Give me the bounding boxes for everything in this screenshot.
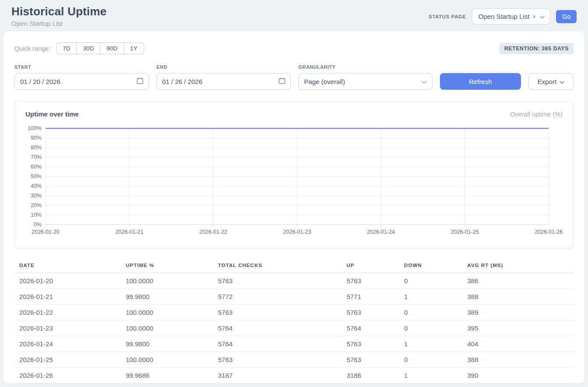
clear-selection-icon[interactable]: × — [532, 13, 536, 20]
svg-text:2026-01-22: 2026-01-22 — [199, 229, 227, 235]
table-cell: 5763 — [347, 352, 404, 368]
table-cell: 100.0000 — [126, 352, 218, 368]
svg-text:80%: 80% — [31, 144, 42, 151]
table-cell: 5763 — [347, 336, 404, 352]
svg-text:100%: 100% — [28, 125, 42, 131]
start-date-value: 01 / 20 / 2026 — [20, 78, 60, 85]
calendar-icon[interactable] — [279, 77, 285, 85]
column-header: AVG RT (MS) — [468, 259, 574, 273]
svg-text:2026-01-23: 2026-01-23 — [283, 229, 311, 235]
chevron-down-icon — [422, 78, 427, 85]
svg-text:10%: 10% — [31, 212, 42, 218]
granularity-label: GRANULARITY — [298, 64, 432, 70]
end-date-field: END 01 / 26 / 2026 — [156, 64, 291, 90]
chart-canvas: 0%10%20%30%40%50%60%70%80%90%100%2026-01… — [25, 124, 563, 238]
uptime-chart-card: Uptime over time Overall uptime (%) 0%10… — [14, 101, 574, 248]
retention-badge: RETENTION: 365 DAYS — [499, 43, 574, 54]
svg-text:70%: 70% — [31, 154, 42, 160]
title-block: Historical Uptime Open Startup List — [11, 5, 106, 27]
table-cell: 2026-01-25 — [14, 352, 126, 368]
end-label: END — [156, 64, 291, 70]
main-panel: Quick range: 7D30D90D1Y RETENTION: 365 D… — [4, 32, 584, 383]
granularity-field: GRANULARITY Page (overall) — [298, 64, 432, 90]
end-date-input[interactable]: 01 / 26 / 2026 — [156, 73, 291, 90]
top-header: Historical Uptime Open Startup List STAT… — [0, 0, 588, 32]
status-page-select[interactable]: Open Startup List × — [472, 8, 551, 25]
table-cell: 5764 — [218, 336, 346, 352]
table-cell: 5764 — [218, 320, 346, 336]
table-cell: 100.0000 — [126, 273, 218, 289]
table-cell: 5771 — [347, 289, 404, 305]
svg-text:50%: 50% — [31, 173, 42, 179]
table-cell: 5763 — [218, 273, 346, 289]
granularity-select[interactable]: Page (overall) — [298, 73, 432, 90]
svg-text:2026-01-26: 2026-01-26 — [535, 229, 563, 235]
table-cell: 5763 — [218, 352, 346, 368]
uptime-line-chart: 0%10%20%30%40%50%60%70%80%90%100%2026-01… — [25, 124, 563, 236]
chart-header: Uptime over time Overall uptime (%) — [25, 110, 563, 118]
table-cell: 3186 — [347, 368, 404, 383]
table-cell: 5763 — [347, 305, 404, 320]
table-cell: 388 — [468, 352, 574, 368]
start-date-input[interactable]: 01 / 20 / 2026 — [14, 73, 149, 90]
column-header: DATE — [14, 259, 126, 273]
table-cell: 404 — [468, 336, 574, 352]
status-page-label: STATUS PAGE — [429, 14, 466, 19]
table-cell: 386 — [468, 273, 574, 289]
table-cell: 99.9686 — [126, 368, 218, 383]
table-row: 2026-01-2199.9800577257711388 — [14, 289, 574, 305]
table-cell: 3187 — [218, 368, 346, 383]
quick-range-7d[interactable]: 7D — [56, 42, 77, 54]
export-button[interactable]: Export — [528, 73, 574, 90]
table-header-row: DATEUPTIME %TOTAL CHECKSUPDOWNAVG RT (MS… — [14, 259, 574, 273]
status-page-value: Open Startup List — [478, 13, 530, 20]
chevron-down-icon — [560, 78, 564, 85]
header-right: STATUS PAGE Open Startup List × Go — [429, 8, 577, 25]
go-button[interactable]: Go — [556, 10, 577, 23]
svg-text:0%: 0% — [34, 222, 42, 228]
quick-range-30d[interactable]: 30D — [76, 42, 100, 54]
table-cell: 1 — [404, 336, 467, 352]
svg-text:60%: 60% — [31, 164, 42, 170]
table-cell: 2026-01-22 — [14, 305, 126, 320]
table-cell: 0 — [404, 305, 467, 320]
table-cell: 2026-01-21 — [14, 289, 126, 305]
table-cell: 5764 — [347, 320, 404, 336]
table-cell: 2026-01-26 — [14, 368, 126, 383]
chart-title: Uptime over time — [25, 110, 79, 118]
page-title: Historical Uptime — [11, 5, 106, 18]
quick-range-row: Quick range: 7D30D90D1Y RETENTION: 365 D… — [14, 42, 574, 54]
chart-legend: Overall uptime (%) — [510, 111, 563, 118]
table-row: 2026-01-2699.9686318731861390 — [14, 368, 574, 383]
table-cell: 5763 — [347, 273, 404, 289]
svg-text:2026-01-25: 2026-01-25 — [451, 229, 479, 235]
svg-text:2026-01-21: 2026-01-21 — [115, 229, 143, 235]
quick-range-90d[interactable]: 90D — [100, 42, 124, 54]
quick-range-label: Quick range: — [14, 45, 50, 52]
table-cell: 5763 — [218, 305, 346, 320]
table-cell: 99.9800 — [126, 289, 218, 305]
table-row: 2026-01-25100.0000576357630388 — [14, 352, 574, 368]
table-cell: 99.9800 — [126, 336, 218, 352]
table-cell: 2026-01-24 — [14, 336, 126, 352]
table-cell: 1 — [404, 289, 467, 305]
table-cell: 2026-01-20 — [14, 273, 126, 289]
start-date-field: START 01 / 20 / 2026 — [14, 64, 149, 90]
table-cell: 2026-01-23 — [14, 320, 126, 336]
table-row: 2026-01-20100.0000576357630386 — [14, 273, 574, 289]
column-header: TOTAL CHECKS — [218, 259, 346, 273]
uptime-table-body: 2026-01-20100.00005763576303862026-01-21… — [14, 273, 574, 383]
column-header: UP — [347, 259, 404, 273]
table-cell: 100.0000 — [126, 305, 218, 320]
refresh-button[interactable]: Refresh — [440, 73, 521, 90]
export-label: Export — [538, 78, 556, 85]
calendar-icon[interactable] — [137, 77, 143, 85]
quick-range-group: 7D30D90D1Y — [56, 42, 144, 54]
chevron-down-icon — [540, 13, 545, 20]
quick-range-1y[interactable]: 1Y — [124, 42, 144, 54]
svg-text:40%: 40% — [31, 183, 42, 189]
table-cell: 388 — [468, 289, 574, 305]
table-cell: 100.0000 — [126, 320, 218, 336]
svg-text:2026-01-24: 2026-01-24 — [367, 229, 395, 235]
svg-text:30%: 30% — [31, 193, 42, 199]
